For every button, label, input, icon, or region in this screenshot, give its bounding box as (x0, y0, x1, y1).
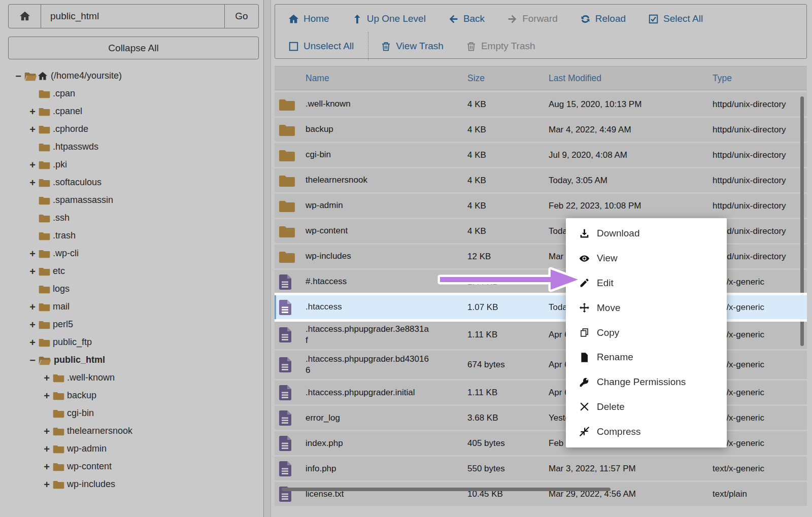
file-row[interactable]: .htaccess.phpupgrader.bd430166674 bytesA… (275, 351, 807, 379)
expand-plus-icon[interactable]: + (26, 178, 39, 188)
toolbar-label: Select All (663, 13, 703, 24)
file-size: 4 KB (467, 226, 549, 236)
menu-item-copy[interactable]: Copy (566, 320, 727, 345)
folder-icon (39, 213, 50, 223)
collapse-minus-icon[interactable]: − (26, 355, 39, 365)
path-input[interactable] (41, 5, 224, 28)
expand-plus-icon[interactable]: + (41, 479, 53, 490)
directory-tree: −(/home4/yoursite).cpan+.cpanel+.cphorde… (0, 67, 263, 493)
toolbar-view-trash[interactable]: View Trash (381, 41, 444, 52)
column-header-size[interactable]: Size (467, 73, 549, 84)
menu-item-compress[interactable]: Compress (566, 419, 727, 444)
tree-item-wp-content[interactable]: +wp-content (0, 458, 263, 475)
tree-item-ssh[interactable]: .ssh (0, 209, 263, 227)
expand-plus-icon[interactable]: + (26, 107, 39, 117)
file-row[interactable]: .htaccess.phpupgrader.initial1.11 KBApr … (275, 381, 807, 404)
file-row[interactable]: wp-admin4 KBFeb 22, 2023, 10:08 PMhttpd/… (275, 194, 807, 218)
tree-item-wp-includes[interactable]: +wp-includes (0, 475, 263, 493)
menu-item-rename[interactable]: Rename (566, 345, 727, 370)
tree-item-wp-admin[interactable]: +wp-admin (0, 440, 263, 458)
file-row[interactable]: .htaccess1.07 KBToday, 3:05 AMtext/x-gen… (275, 295, 807, 319)
column-header-type[interactable]: Type (713, 73, 807, 84)
expand-plus-icon[interactable]: + (26, 249, 39, 259)
tree-item-well-known[interactable]: +.well-known (0, 369, 263, 387)
expand-plus-icon[interactable]: + (26, 124, 39, 134)
expand-plus-icon[interactable]: + (26, 320, 39, 330)
tree-item-pki[interactable]: +.pki (0, 156, 263, 174)
home-directory-button[interactable] (9, 5, 41, 28)
file-row[interactable]: error_log3.68 KBYesterday, 11:09 PMtext/… (275, 406, 807, 430)
file-row[interactable]: index.php405 bytesFeb 6, 2020, 11:33 PMt… (275, 431, 807, 455)
tree-item-trash[interactable]: .trash (0, 227, 263, 245)
go-button[interactable]: Go (224, 5, 258, 28)
file-row[interactable]: .well-known4 KBAug 15, 2020, 10:13 PMhtt… (275, 92, 807, 116)
horizontal-scrollbar[interactable] (282, 488, 611, 491)
toolbar-unselect-all[interactable]: Unselect All (288, 41, 354, 52)
menu-item-label: View (597, 253, 618, 264)
tree-item-backup[interactable]: +backup (0, 387, 263, 404)
tree-item-label: .cpan (53, 88, 75, 99)
expand-plus-icon[interactable]: + (26, 302, 39, 312)
toolbar-select-all[interactable]: Select All (648, 13, 703, 24)
tree-item-thelearnersnook[interactable]: +thelearnersnook (0, 422, 263, 440)
collapse-all-button[interactable]: Collapse All (8, 37, 259, 59)
file-row[interactable]: backup4 KBMar 4, 2022, 4:49 AMhttpd/unix… (275, 118, 807, 142)
file-row[interactable]: wp-includes12 KBMar 4, 2022, 4:49 AMhttp… (275, 245, 807, 268)
file-icon (279, 461, 292, 477)
tree-item-htpasswds[interactable]: .htpasswds (0, 138, 263, 156)
expand-plus-icon[interactable]: + (41, 444, 53, 454)
tree-item-wp-cli[interactable]: +.wp-cli (0, 245, 263, 262)
tree-item-label: .spamassassin (53, 195, 113, 205)
tree-item-public-ftp[interactable]: +public_ftp (0, 333, 263, 351)
expand-plus-icon[interactable]: + (41, 426, 53, 436)
expand-plus-icon[interactable]: + (26, 337, 39, 348)
collapse-minus-icon[interactable]: − (12, 71, 24, 81)
tree-item-mail[interactable]: +mail (0, 298, 263, 316)
toolbar-back[interactable]: Back (448, 13, 485, 24)
file-icon (279, 274, 292, 290)
toolbar-home[interactable]: Home (288, 13, 329, 24)
expand-plus-icon[interactable]: + (41, 373, 53, 383)
tree-item-label: .wp-cli (53, 248, 79, 259)
menu-item-delete[interactable]: Delete (566, 395, 727, 420)
column-header-name[interactable]: Name (306, 73, 467, 84)
file-name: wp-admin (306, 197, 430, 214)
file-row[interactable]: cgi-bin4 KBJul 9, 2020, 4:08 AMhttpd/uni… (275, 143, 807, 167)
folder-icon (39, 107, 50, 116)
tree-item-logs[interactable]: logs (0, 280, 263, 298)
file-row[interactable]: .htaccess.phpupgrader.3e8831af1.11 KBApr… (275, 321, 807, 349)
tree-item-cphorde[interactable]: +.cphorde (0, 120, 263, 138)
file-row[interactable]: #.htaccess1.44 KBMar 4, 2022, 4:49 AMtex… (275, 270, 807, 294)
tree-item-perl5[interactable]: +perl5 (0, 316, 263, 333)
folder-icon (39, 266, 50, 276)
expand-plus-icon[interactable]: + (26, 160, 39, 170)
toolbar-up-one-level[interactable]: Up One Level (352, 13, 426, 24)
tree-item-etc[interactable]: +etc (0, 262, 263, 280)
expand-plus-icon[interactable]: + (26, 266, 39, 277)
tree-item-spamassassin[interactable]: .spamassassin (0, 191, 263, 209)
menu-item-edit[interactable]: Edit (566, 271, 727, 296)
tree-item-public-html[interactable]: −public_html (0, 351, 263, 369)
tree-item-cpanel[interactable]: +.cpanel (0, 102, 263, 120)
menu-item-view[interactable]: View (566, 246, 727, 271)
file-size: 4 KB (467, 176, 549, 186)
tree-item-cgi-bin[interactable]: cgi-bin (0, 404, 263, 422)
file-size: 1.44 KB (467, 277, 549, 287)
path-input-group: Go (8, 4, 259, 28)
file-row[interactable]: wp-content4 KBToday, 3:05 AMhttpd/unix-d… (275, 219, 807, 243)
toolbar-empty-trash: Empty Trash (466, 41, 535, 52)
tree-item-softaculous[interactable]: +.softaculous (0, 174, 263, 191)
file-row[interactable]: info.php550 bytesMar 3, 2022, 11:57 PMte… (275, 457, 807, 480)
expand-plus-icon[interactable]: + (41, 462, 53, 472)
toolbar-reload[interactable]: Reload (580, 13, 626, 24)
column-header-last-modified[interactable]: Last Modified (549, 73, 713, 84)
toolbar-label: Empty Trash (481, 41, 535, 52)
tree-item-home4-yoursite[interactable]: −(/home4/yoursite) (0, 67, 263, 85)
menu-item-move[interactable]: Move (566, 295, 727, 320)
menu-item-download[interactable]: Download (566, 221, 727, 246)
tree-item-cpan[interactable]: .cpan (0, 85, 263, 102)
menu-item-change-permissions[interactable]: Change Permissions (566, 370, 727, 395)
expand-plus-icon[interactable]: + (41, 391, 53, 401)
file-row[interactable]: license.txt10.45 KBMar 29, 2022, 4:56 AM… (275, 482, 807, 506)
file-row[interactable]: thelearnersnook4 KBToday, 3:05 AMhttpd/u… (275, 168, 807, 192)
